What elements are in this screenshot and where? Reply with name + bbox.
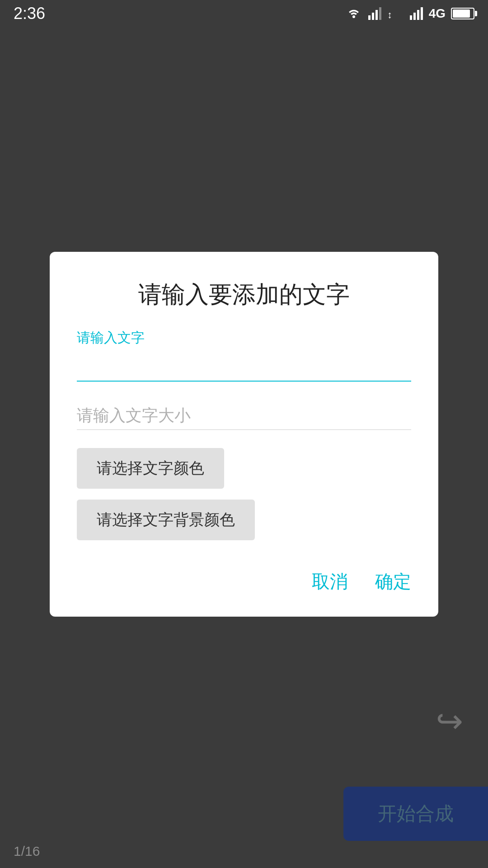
svg-rect-6 <box>413 13 416 20</box>
network-label: 4G <box>429 6 446 21</box>
add-text-dialog: 请输入要添加的文字 请输入文字 请选择文字颜色 请选择文字背景颜色 取消 确定 <box>50 252 438 617</box>
dialog-actions: 取消 确定 <box>77 569 411 594</box>
select-text-color-button[interactable]: 请选择文字颜色 <box>77 448 224 489</box>
svg-rect-8 <box>421 7 423 20</box>
battery-icon <box>451 8 474 19</box>
svg-rect-5 <box>410 15 412 20</box>
dialog-title: 请输入要添加的文字 <box>77 279 411 311</box>
signal2-icon <box>409 6 423 21</box>
wifi-icon <box>346 5 362 22</box>
status-time: 2:36 <box>14 4 45 23</box>
svg-rect-3 <box>379 7 381 20</box>
size-input-group <box>77 400 411 430</box>
select-text-bg-color-button[interactable]: 请选择文字背景颜色 <box>77 500 255 540</box>
svg-rect-7 <box>417 10 419 20</box>
color-button-group: 请选择文字颜色 <box>77 448 411 500</box>
svg-rect-1 <box>372 13 374 20</box>
svg-rect-2 <box>375 10 378 20</box>
text-size-input[interactable] <box>77 400 411 430</box>
dialog-backdrop: 请输入要添加的文字 请输入文字 请选择文字颜色 请选择文字背景颜色 取消 确定 <box>0 0 488 868</box>
lte-icon: ↕ <box>387 6 404 21</box>
text-input-label: 请输入文字 <box>77 329 411 347</box>
svg-rect-0 <box>368 15 371 20</box>
status-bar: 2:36 ↕ 4G <box>0 0 488 27</box>
text-input-group: 请输入文字 <box>77 329 411 382</box>
bg-color-button-group: 请选择文字背景颜色 <box>77 500 411 551</box>
cancel-button[interactable]: 取消 <box>312 569 348 594</box>
confirm-button[interactable]: 确定 <box>375 569 411 594</box>
signal-icon <box>367 6 382 21</box>
text-content-input[interactable] <box>77 351 411 382</box>
svg-text:↕: ↕ <box>387 9 392 20</box>
status-icons: ↕ 4G <box>346 5 474 22</box>
